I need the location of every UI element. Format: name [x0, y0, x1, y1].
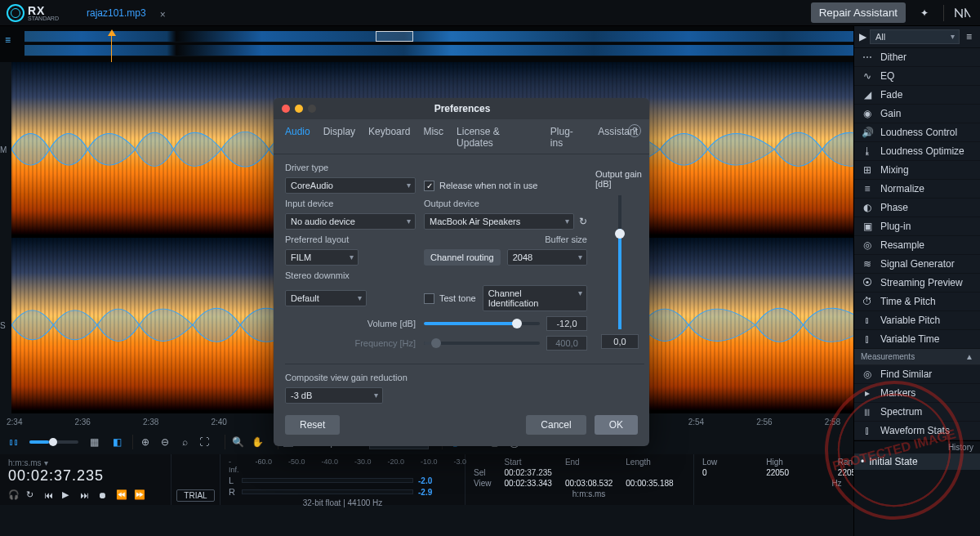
module-icon: ⊞: [861, 164, 874, 176]
volume-value[interactable]: -12,0: [546, 316, 587, 331]
output-gain-slider[interactable]: [618, 195, 621, 329]
output-gain-value[interactable]: 0,0: [601, 334, 639, 349]
measurement-find-similar[interactable]: ◎Find Similar: [854, 365, 980, 384]
history-item[interactable]: •Initial State: [854, 453, 980, 470]
prefs-tab-plug-ins[interactable]: Plug-ins: [550, 126, 585, 154]
composite-select[interactable]: -3 dB: [285, 387, 383, 404]
testtone-checkbox[interactable]: Test tone: [424, 293, 476, 304]
module-icon: ⏱: [861, 296, 874, 307]
skip-back-icon[interactable]: ⏮: [44, 490, 56, 500]
meter-r-value: -2.9: [418, 488, 432, 497]
time-format-label[interactable]: h:m:s.ms: [8, 458, 42, 467]
module-signal-generator[interactable]: ≋Signal Generator: [854, 255, 980, 274]
module-icon: ⦿: [861, 277, 874, 288]
module-loudness-control[interactable]: 🔊Loudness Control: [854, 123, 980, 142]
module-variable-pitch[interactable]: ⫾Variable Pitch: [854, 311, 980, 330]
assistant-icon[interactable]: ✦: [914, 2, 935, 24]
module-icon: ▸: [861, 387, 874, 399]
close-icon[interactable]: ×: [160, 9, 166, 20]
layout-label: Preferred layout: [285, 234, 416, 244]
channel-routing-button[interactable]: Channel routing: [424, 249, 501, 266]
module-time-pitch[interactable]: ⏱Time & Pitch: [854, 293, 980, 311]
module-eq[interactable]: ∿EQ: [854, 67, 980, 86]
overview-selection[interactable]: [376, 31, 413, 42]
channel-labels: M S: [0, 62, 11, 413]
zoom-tool-icon[interactable]: 🔍: [230, 435, 245, 449]
overview-channel-l[interactable]: [24, 31, 973, 42]
rewind-icon[interactable]: ⏪: [116, 489, 127, 500]
dialog-title: Preferences: [283, 103, 641, 114]
module-streaming-preview[interactable]: ⦿Streaming Preview: [854, 274, 980, 293]
measurement-markers[interactable]: ▸Markers: [854, 384, 980, 403]
measurement-waveform-stats[interactable]: ⫿Waveform Stats: [854, 422, 980, 440]
prefs-tab-misc[interactable]: Misc: [423, 126, 443, 154]
opacity-slider[interactable]: [29, 440, 78, 444]
file-tab[interactable]: rajaz101.mp3 ×: [83, 1, 171, 25]
output-device-select[interactable]: MacBook Air Speakers: [424, 213, 574, 230]
ffwd-icon[interactable]: ⏩: [134, 489, 145, 500]
module-gain[interactable]: ◉Gain: [854, 105, 980, 123]
layout-select[interactable]: FILM: [285, 249, 359, 266]
driver-type-select[interactable]: CoreAudio: [285, 177, 416, 194]
meter-r: [242, 489, 413, 494]
prefs-tab-display[interactable]: Display: [323, 126, 355, 154]
brand-icon: [952, 2, 973, 24]
prefs-tab-audio[interactable]: Audio: [285, 126, 310, 154]
hand-tool-icon[interactable]: ✋: [250, 435, 265, 449]
skip-fwd-icon[interactable]: ⏭: [80, 490, 91, 500]
transport-controls: 🎧 ↻ ⏮ ▶ ⏭ ⏺ ⏪ ⏩: [8, 489, 163, 500]
waveform-mode-icon[interactable]: ⫾⫾: [7, 435, 21, 449]
file-tab-label: rajaz101.mp3: [87, 7, 146, 19]
module-fade[interactable]: ◢Fade: [854, 86, 980, 105]
layer-icon[interactable]: ◧: [109, 435, 124, 449]
buffer-select[interactable]: 2048: [507, 249, 587, 266]
module-normalize[interactable]: ≡Normalize: [854, 180, 980, 199]
driver-type-label: Driver type: [285, 163, 416, 172]
module-icon: ∿: [861, 70, 874, 82]
testtone-mode-select[interactable]: Channel Identification: [483, 285, 587, 311]
ok-button[interactable]: OK: [595, 415, 638, 435]
repair-assistant-button[interactable]: Repair Assistant: [811, 2, 906, 23]
measurements-header[interactable]: Measurements▲: [854, 349, 980, 365]
zoom-fit-icon[interactable]: ⛶: [197, 435, 212, 449]
module-phase[interactable]: ◐Phase: [854, 199, 980, 217]
module-mixing[interactable]: ⊞Mixing: [854, 161, 980, 180]
module-list: ⋯Dither∿EQ◢Fade◉Gain🔊Loudness Control⭳Lo…: [854, 48, 980, 349]
overview-toggle-icon[interactable]: ≡: [5, 34, 11, 46]
overview-waveform[interactable]: ≡: [0, 26, 980, 62]
separator: [943, 5, 944, 21]
prefs-tab-keyboard[interactable]: Keyboard: [368, 126, 410, 154]
headphones-icon[interactable]: 🎧: [8, 489, 20, 500]
overview-channel-r[interactable]: [24, 45, 973, 56]
play-module-icon[interactable]: ▶: [859, 31, 866, 42]
zoom-in-icon[interactable]: ⊕: [138, 435, 153, 449]
volume-slider[interactable]: [424, 322, 540, 325]
prefs-tab-assistant[interactable]: Assistant: [598, 126, 638, 154]
cancel-button[interactable]: Cancel: [526, 415, 586, 435]
spectrogram-mode-icon[interactable]: ▦: [87, 435, 101, 449]
meter-ticks: -Inf.-60.0-50.0-40.0-30.0-20.0-10.0-3.0: [229, 458, 457, 474]
play-icon[interactable]: ▶: [62, 489, 74, 500]
prefs-tab-license-updates[interactable]: License & Updates: [457, 126, 537, 154]
module-plug-in[interactable]: ▣Plug-in: [854, 217, 980, 236]
meter-l-label: L: [229, 476, 237, 485]
downmix-select[interactable]: Default: [285, 290, 367, 306]
zoom-out-icon[interactable]: ⊖: [158, 435, 172, 449]
freq-label: Frequency [Hz]: [285, 338, 416, 348]
refresh-icon[interactable]: ↻: [579, 216, 587, 227]
reset-button[interactable]: Reset: [285, 415, 340, 435]
loop-icon[interactable]: ↻: [26, 489, 38, 500]
measurement-spectrum[interactable]: ⫼Spectrum: [854, 403, 980, 422]
input-device-select[interactable]: No audio device: [285, 213, 416, 230]
module-variable-time[interactable]: ⫿Variable Time: [854, 330, 980, 349]
dialog-titlebar[interactable]: Preferences: [274, 98, 649, 119]
record-icon[interactable]: ⏺: [98, 490, 109, 500]
release-checkbox[interactable]: ✓Release when not in use: [424, 181, 587, 191]
hamburger-icon[interactable]: ≡: [963, 31, 975, 42]
playhead-marker-icon[interactable]: [108, 29, 116, 36]
module-filter-select[interactable]: All: [870, 29, 960, 44]
module-dither[interactable]: ⋯Dither: [854, 48, 980, 67]
zoom-selection-icon[interactable]: ⌕: [177, 435, 192, 449]
module-loudness-optimize[interactable]: ⭳Loudness Optimize: [854, 142, 980, 161]
module-resample[interactable]: ◎Resample: [854, 236, 980, 255]
